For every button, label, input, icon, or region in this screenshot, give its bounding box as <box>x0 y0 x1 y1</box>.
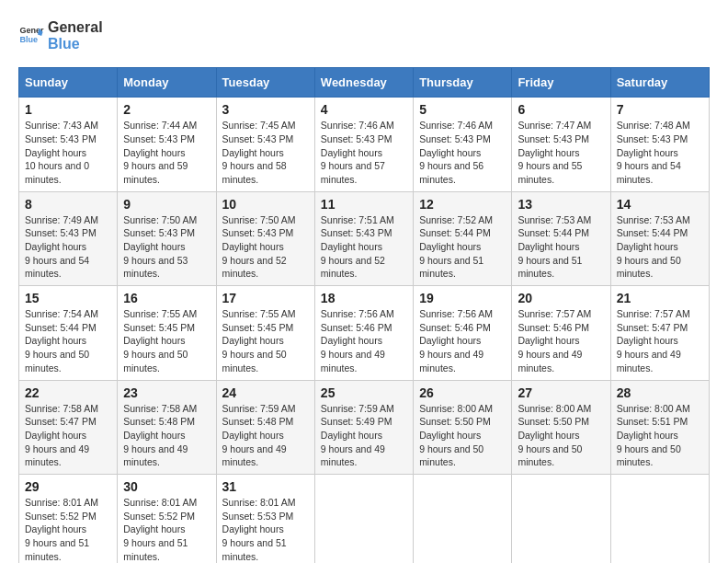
day-info: Sunrise: 7:49 AM Sunset: 5:43 PM Dayligh… <box>25 213 111 281</box>
calendar-cell: 12 Sunrise: 7:52 AM Sunset: 5:44 PM Dayl… <box>414 191 512 285</box>
weekday-header-friday: Friday <box>512 68 610 98</box>
weekday-header-monday: Monday <box>118 68 216 98</box>
calendar-week-2: 8 Sunrise: 7:49 AM Sunset: 5:43 PM Dayli… <box>19 191 710 285</box>
calendar-cell: 15 Sunrise: 7:54 AM Sunset: 5:44 PM Dayl… <box>19 286 118 380</box>
calendar-table: SundayMondayTuesdayWednesdayThursdayFrid… <box>18 67 710 563</box>
day-number: 27 <box>518 385 604 400</box>
calendar-cell: 27 Sunrise: 8:00 AM Sunset: 5:50 PM Dayl… <box>512 380 610 474</box>
calendar-cell: 30 Sunrise: 8:01 AM Sunset: 5:52 PM Dayl… <box>118 474 216 563</box>
calendar-cell: 22 Sunrise: 7:58 AM Sunset: 5:47 PM Dayl… <box>19 380 118 474</box>
calendar-cell: 1 Sunrise: 7:43 AM Sunset: 5:43 PM Dayli… <box>19 98 118 191</box>
weekday-header-tuesday: Tuesday <box>216 68 314 98</box>
calendar-week-5: 29 Sunrise: 8:01 AM Sunset: 5:52 PM Dayl… <box>19 474 710 563</box>
day-info: Sunrise: 7:43 AM Sunset: 5:43 PM Dayligh… <box>25 119 111 186</box>
day-info: Sunrise: 7:46 AM Sunset: 5:43 PM Dayligh… <box>419 119 506 186</box>
calendar-cell: 24 Sunrise: 7:59 AM Sunset: 5:48 PM Dayl… <box>216 380 314 474</box>
day-number: 22 <box>25 385 111 400</box>
day-number: 18 <box>321 291 407 305</box>
calendar-cell <box>512 474 610 563</box>
day-number: 3 <box>222 102 309 117</box>
calendar-cell: 20 Sunrise: 7:57 AM Sunset: 5:46 PM Dayl… <box>512 286 610 380</box>
weekday-header-sunday: Sunday <box>19 68 118 98</box>
day-info: Sunrise: 8:01 AM Sunset: 5:53 PM Dayligh… <box>222 496 309 563</box>
day-info: Sunrise: 8:00 AM Sunset: 5:51 PM Dayligh… <box>617 402 703 469</box>
calendar-cell: 6 Sunrise: 7:47 AM Sunset: 5:43 PM Dayli… <box>512 98 610 191</box>
day-info: Sunrise: 7:48 AM Sunset: 5:43 PM Dayligh… <box>617 119 703 186</box>
day-info: Sunrise: 8:00 AM Sunset: 5:50 PM Dayligh… <box>518 402 604 469</box>
day-number: 13 <box>518 197 604 212</box>
calendar-cell: 31 Sunrise: 8:01 AM Sunset: 5:53 PM Dayl… <box>216 474 314 563</box>
calendar-cell: 8 Sunrise: 7:49 AM Sunset: 5:43 PM Dayli… <box>19 191 118 285</box>
day-number: 28 <box>617 385 703 400</box>
day-number: 29 <box>25 479 111 494</box>
day-number: 17 <box>222 291 309 305</box>
day-number: 2 <box>123 102 210 117</box>
day-info: Sunrise: 7:50 AM Sunset: 5:43 PM Dayligh… <box>123 213 210 281</box>
day-number: 9 <box>123 197 210 212</box>
day-number: 8 <box>25 197 111 212</box>
day-number: 20 <box>518 291 604 305</box>
day-number: 6 <box>518 102 604 117</box>
day-info: Sunrise: 7:56 AM Sunset: 5:46 PM Dayligh… <box>321 307 407 374</box>
weekday-header-saturday: Saturday <box>610 68 709 98</box>
logo: General Blue General Blue <box>18 18 103 52</box>
day-number: 15 <box>25 291 111 305</box>
day-info: Sunrise: 7:55 AM Sunset: 5:45 PM Dayligh… <box>222 307 309 374</box>
day-info: Sunrise: 7:51 AM Sunset: 5:43 PM Dayligh… <box>321 213 407 281</box>
day-info: Sunrise: 7:58 AM Sunset: 5:48 PM Dayligh… <box>123 402 210 469</box>
day-number: 16 <box>123 291 210 305</box>
calendar-cell: 18 Sunrise: 7:56 AM Sunset: 5:46 PM Dayl… <box>314 286 413 380</box>
calendar-cell: 19 Sunrise: 7:56 AM Sunset: 5:46 PM Dayl… <box>414 286 512 380</box>
page-header: General Blue General Blue <box>18 18 710 52</box>
day-info: Sunrise: 8:01 AM Sunset: 5:52 PM Dayligh… <box>123 496 210 563</box>
day-info: Sunrise: 7:57 AM Sunset: 5:47 PM Dayligh… <box>617 307 703 374</box>
day-number: 26 <box>419 385 506 400</box>
calendar-week-4: 22 Sunrise: 7:58 AM Sunset: 5:47 PM Dayl… <box>19 380 710 474</box>
calendar-cell <box>610 474 709 563</box>
calendar-cell: 25 Sunrise: 7:59 AM Sunset: 5:49 PM Dayl… <box>314 380 413 474</box>
calendar-cell: 23 Sunrise: 7:58 AM Sunset: 5:48 PM Dayl… <box>118 380 216 474</box>
calendar-cell: 28 Sunrise: 8:00 AM Sunset: 5:51 PM Dayl… <box>610 380 709 474</box>
day-number: 1 <box>25 102 111 117</box>
day-number: 30 <box>123 479 210 494</box>
day-info: Sunrise: 7:54 AM Sunset: 5:44 PM Dayligh… <box>25 307 111 374</box>
day-number: 4 <box>321 102 407 117</box>
calendar-cell: 21 Sunrise: 7:57 AM Sunset: 5:47 PM Dayl… <box>610 286 709 380</box>
day-info: Sunrise: 7:45 AM Sunset: 5:43 PM Dayligh… <box>222 119 309 186</box>
day-number: 21 <box>617 291 703 305</box>
day-info: Sunrise: 7:59 AM Sunset: 5:48 PM Dayligh… <box>222 402 309 469</box>
day-number: 7 <box>617 102 703 117</box>
svg-text:Blue: Blue <box>19 35 38 44</box>
logo-general: General <box>48 19 103 35</box>
calendar-cell: 2 Sunrise: 7:44 AM Sunset: 5:43 PM Dayli… <box>118 98 216 191</box>
weekday-header-thursday: Thursday <box>414 68 512 98</box>
day-number: 5 <box>419 102 506 117</box>
day-number: 25 <box>321 385 407 400</box>
day-info: Sunrise: 7:59 AM Sunset: 5:49 PM Dayligh… <box>321 402 407 469</box>
day-info: Sunrise: 7:58 AM Sunset: 5:47 PM Dayligh… <box>25 402 111 469</box>
day-info: Sunrise: 8:00 AM Sunset: 5:50 PM Dayligh… <box>419 402 506 469</box>
calendar-cell: 4 Sunrise: 7:46 AM Sunset: 5:43 PM Dayli… <box>314 98 413 191</box>
day-info: Sunrise: 7:52 AM Sunset: 5:44 PM Dayligh… <box>419 213 506 281</box>
day-info: Sunrise: 7:53 AM Sunset: 5:44 PM Dayligh… <box>617 213 703 281</box>
day-number: 24 <box>222 385 309 400</box>
calendar-cell <box>314 474 413 563</box>
day-info: Sunrise: 7:53 AM Sunset: 5:44 PM Dayligh… <box>518 213 604 281</box>
day-info: Sunrise: 7:50 AM Sunset: 5:43 PM Dayligh… <box>222 213 309 281</box>
day-info: Sunrise: 7:46 AM Sunset: 5:43 PM Dayligh… <box>321 119 407 186</box>
calendar-cell: 11 Sunrise: 7:51 AM Sunset: 5:43 PM Dayl… <box>314 191 413 285</box>
calendar-cell: 9 Sunrise: 7:50 AM Sunset: 5:43 PM Dayli… <box>118 191 216 285</box>
calendar-cell: 16 Sunrise: 7:55 AM Sunset: 5:45 PM Dayl… <box>118 286 216 380</box>
day-number: 14 <box>617 197 703 212</box>
day-number: 31 <box>222 479 309 494</box>
day-info: Sunrise: 7:47 AM Sunset: 5:43 PM Dayligh… <box>518 119 604 186</box>
day-info: Sunrise: 7:56 AM Sunset: 5:46 PM Dayligh… <box>419 307 506 374</box>
day-number: 10 <box>222 197 309 212</box>
logo-icon: General Blue <box>18 23 44 49</box>
calendar-cell: 29 Sunrise: 8:01 AM Sunset: 5:52 PM Dayl… <box>19 474 118 563</box>
calendar-week-1: 1 Sunrise: 7:43 AM Sunset: 5:43 PM Dayli… <box>19 98 710 191</box>
day-info: Sunrise: 7:57 AM Sunset: 5:46 PM Dayligh… <box>518 307 604 374</box>
day-info: Sunrise: 7:55 AM Sunset: 5:45 PM Dayligh… <box>123 307 210 374</box>
calendar-cell: 3 Sunrise: 7:45 AM Sunset: 5:43 PM Dayli… <box>216 98 314 191</box>
weekday-header-wednesday: Wednesday <box>314 68 413 98</box>
